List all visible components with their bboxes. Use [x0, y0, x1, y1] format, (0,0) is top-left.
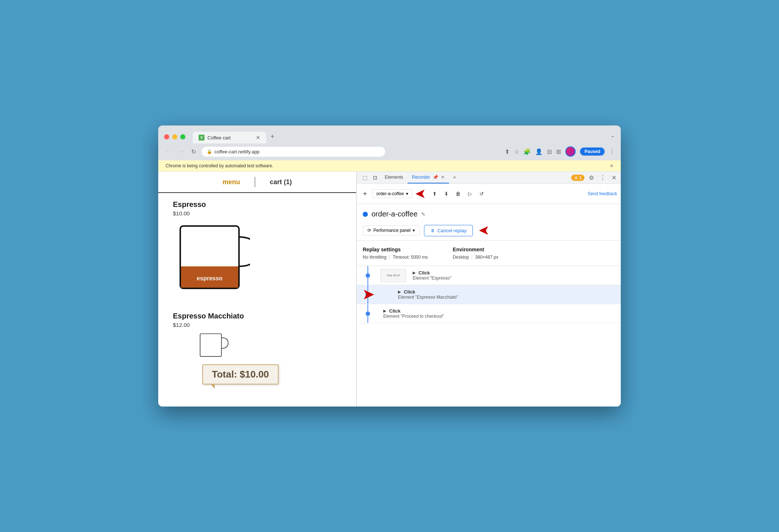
- dropdown-chevron-icon: ▾: [406, 191, 408, 196]
- devtools-top-right: ⚠1 ⚙ ⋮ ✕: [571, 173, 618, 183]
- settings-icon[interactable]: ⚙: [587, 173, 595, 183]
- close-button[interactable]: [164, 134, 169, 139]
- replay-settings-label: Replay settings: [363, 247, 431, 252]
- perf-dropdown-icon: ▾: [413, 228, 415, 233]
- browser-window: V Coffee cart ✕ + ⌄ ← → ↻ 🔒 coffee-cart.…: [158, 125, 621, 407]
- product-macchiato: Espresso Macchiato $12.00: [173, 312, 341, 362]
- recorder-controls: ⟳ Performance panel ▾ ⏸ Cancel replay ➤: [363, 223, 615, 237]
- automation-close-button[interactable]: ✕: [610, 163, 613, 168]
- recorder-tab-close[interactable]: ✕: [441, 175, 445, 180]
- toolbar-arrow-indicator: ➤: [415, 187, 425, 201]
- paused-badge: Paused: [580, 147, 605, 156]
- devtools-tabs: ⬚ ⊡ Elements Recorder 📌 ✕ » ⚠1 ⚙ ⋮ ✕: [357, 172, 621, 184]
- active-tab[interactable]: V Coffee cart ✕: [193, 132, 266, 143]
- replay-settings-col: Replay settings No throttling Timeout: 5…: [363, 247, 431, 260]
- edit-name-icon[interactable]: ✎: [421, 211, 425, 217]
- replay-settings-values: No throttling Timeout: 5000 ms: [363, 255, 431, 260]
- step-content-3[interactable]: ▶ Click Element "Proceed to checkout": [379, 305, 621, 323]
- tab-title: Coffee cart: [207, 135, 231, 141]
- timeout-value: Timeout: 5000 ms: [390, 255, 431, 260]
- new-tab-button[interactable]: +: [266, 130, 279, 143]
- recording-selector[interactable]: order-a-coffee ▾: [372, 189, 412, 198]
- step-dot-3: [366, 311, 370, 316]
- url-text: coffee-cart.netlify.app: [214, 149, 260, 154]
- toolbar-actions: ⬆ ☆ 🧩 👤 ⊟ ⊞ Paused ⋮: [505, 146, 615, 157]
- recorder-pin-icon: 📌: [433, 175, 438, 180]
- tab-favicon: V: [199, 135, 204, 141]
- cursor-icon[interactable]: ⬚: [360, 172, 370, 183]
- tab-elements[interactable]: Elements: [380, 172, 407, 183]
- traffic-lights: [164, 134, 185, 139]
- export-button[interactable]: ⬆: [430, 189, 440, 199]
- replay-settings: Replay settings No throttling Timeout: 5…: [357, 241, 621, 266]
- step-content-1[interactable]: ▶ Click Element "Espresso": [408, 266, 621, 284]
- product-price-macchiato: $12.00: [173, 322, 341, 328]
- automation-message: Chrome is being controlled by automated …: [166, 163, 273, 168]
- tab-recorder[interactable]: Recorder 📌 ✕: [407, 172, 449, 183]
- cancel-replay-arrow-indicator: ➤: [479, 223, 489, 237]
- play-button[interactable]: ▷: [465, 189, 475, 199]
- step-timeline-1: [357, 266, 379, 285]
- minimize-button[interactable]: [172, 134, 177, 139]
- title-bar: V Coffee cart ✕ + ⌄: [158, 125, 621, 143]
- svg-rect-4: [200, 334, 221, 357]
- product-name-macchiato: Espresso Macchiato: [173, 312, 341, 320]
- step-action-1: ▶ Click: [413, 270, 616, 276]
- add-recording-button[interactable]: +: [360, 189, 369, 198]
- espresso-label: espresso: [197, 275, 222, 281]
- step-preview-1: Total: $0.00: [379, 267, 408, 284]
- nav-separator: [255, 177, 255, 187]
- automation-bar: Chrome is being controlled by automated …: [158, 160, 621, 172]
- notification-badge[interactable]: ⚠1: [571, 175, 584, 181]
- steps-list: Total: $0.00 ▶ Click Element "Espresso": [357, 266, 621, 407]
- pause-icon: ⏸: [430, 228, 435, 233]
- tabs-area: V Coffee cart ✕ +: [193, 130, 606, 143]
- espresso-cup: espresso: [173, 222, 341, 305]
- selected-recording: order-a-coffee: [376, 191, 404, 196]
- step-content-2[interactable]: ▶ Click Element "Espresso Macchiato": [394, 285, 621, 303]
- menu-nav-item[interactable]: menu: [222, 178, 240, 186]
- recorder-toolbar: + order-a-coffee ▾ ➤ ⬆ ⬇ 🗑 ▷ ↺ Send feed…: [357, 184, 621, 204]
- send-feedback-link[interactable]: Send feedback: [588, 191, 617, 196]
- forward-button[interactable]: →: [177, 148, 185, 155]
- more-menu-icon[interactable]: ⋮: [609, 148, 615, 155]
- expand-icon-1[interactable]: ▶: [413, 271, 416, 275]
- products-section: Espresso $10.00: [158, 193, 356, 369]
- share-icon[interactable]: ⬆: [505, 148, 510, 155]
- cancel-replay-button[interactable]: ⏸ Cancel replay: [424, 225, 473, 236]
- step-detail-1: Element "Espresso": [413, 276, 616, 281]
- product-espresso: Espresso $10.00: [173, 200, 341, 305]
- delete-button[interactable]: 🗑: [453, 189, 463, 199]
- step-action-2: ▶ Click: [398, 289, 616, 295]
- sidebar-icon[interactable]: ⊞: [556, 148, 561, 155]
- avatar[interactable]: [565, 146, 576, 157]
- site-nav: menu cart (1): [158, 172, 356, 193]
- expand-icon-3[interactable]: ▶: [383, 309, 386, 313]
- maximize-button[interactable]: [180, 134, 185, 139]
- tab-close-button[interactable]: ✕: [256, 135, 260, 141]
- table-row: Total: $0.00 ▶ Click Element "Espresso": [357, 266, 621, 285]
- table-row: ▶ Click Element "Proceed to checkout": [357, 304, 621, 323]
- performance-panel-button[interactable]: ⟳ Performance panel ▾: [363, 225, 420, 236]
- bookmark-icon[interactable]: ☆: [514, 148, 519, 155]
- cart-nav-item[interactable]: cart (1): [270, 178, 292, 186]
- more-options-icon[interactable]: ⋮: [598, 173, 607, 183]
- size-value: 380×487 px: [472, 255, 501, 260]
- profile-icon[interactable]: 👤: [535, 148, 543, 155]
- address-input[interactable]: 🔒 coffee-cart.netlify.app: [202, 147, 385, 157]
- window-controls: ⌄: [610, 132, 615, 141]
- expand-icon-2[interactable]: ▶: [398, 290, 401, 294]
- device-icon[interactable]: ⊡: [370, 172, 380, 183]
- devtools-close-icon[interactable]: ✕: [610, 173, 618, 183]
- back-button[interactable]: ←: [164, 148, 173, 155]
- replay-settings-button[interactable]: ↺: [477, 189, 487, 199]
- media-icon[interactable]: ⊟: [547, 148, 552, 155]
- environment-values: Desktop 380×487 px: [453, 255, 501, 260]
- import-button[interactable]: ⬇: [441, 189, 452, 199]
- tab-more[interactable]: »: [449, 172, 460, 183]
- step-arrow-indicator: ➤: [363, 287, 374, 302]
- reload-button[interactable]: ↻: [189, 148, 198, 155]
- address-bar: ← → ↻ 🔒 coffee-cart.netlify.app ⬆ ☆ 🧩 👤 …: [158, 143, 621, 160]
- no-throttling-value: No throttling: [363, 255, 390, 260]
- extensions-icon[interactable]: 🧩: [523, 148, 531, 155]
